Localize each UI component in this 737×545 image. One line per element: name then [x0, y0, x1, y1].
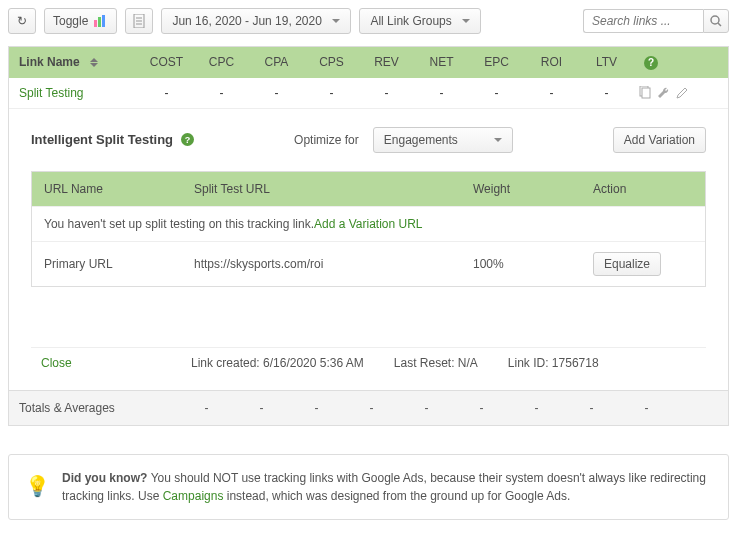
- equalize-button[interactable]: Equalize: [593, 252, 661, 276]
- header-cpa[interactable]: CPA: [249, 55, 304, 69]
- svg-point-7: [711, 16, 719, 24]
- refresh-button[interactable]: ↻: [8, 8, 36, 34]
- last-reset: Last Reset: N/A: [394, 356, 478, 370]
- link-groups-dropdown[interactable]: All Link Groups: [359, 8, 480, 34]
- chevron-down-icon: [494, 138, 502, 142]
- header-rev[interactable]: REV: [359, 55, 414, 69]
- detail-footer: Close Link created: 6/16/2020 5:36 AM La…: [31, 347, 706, 378]
- primary-url: https://skysports.com/roi: [194, 257, 473, 271]
- detail-panel: Intelligent Split Testing ? Optimize for…: [9, 109, 728, 390]
- svg-rect-2: [102, 15, 105, 27]
- search-icon: [710, 15, 722, 27]
- row-ltv: -: [579, 86, 634, 100]
- variations-table: URL Name Split Test URL Weight Action Yo…: [31, 171, 706, 287]
- svg-rect-1: [98, 17, 101, 27]
- document-button[interactable]: [125, 8, 153, 34]
- header-roi[interactable]: ROI: [524, 55, 579, 69]
- sort-icon: [90, 58, 98, 67]
- tot-7: -: [564, 401, 619, 415]
- link-id: Link ID: 1756718: [508, 356, 599, 370]
- row-epc: -: [469, 86, 524, 100]
- chevron-down-icon: [462, 19, 470, 23]
- search-input[interactable]: [583, 9, 703, 33]
- optimize-label: Optimize for: [294, 133, 359, 147]
- row-link-name[interactable]: Split Testing: [19, 86, 139, 100]
- toggle-button[interactable]: Toggle: [44, 8, 117, 34]
- table-row: Split Testing - - - - - - - - -: [9, 78, 728, 109]
- help-icon[interactable]: ?: [181, 133, 194, 146]
- search-button[interactable]: [703, 9, 729, 33]
- chevron-down-icon: [332, 19, 340, 23]
- detail-header: Intelligent Split Testing ? Optimize for…: [31, 127, 706, 153]
- bars-icon: [94, 15, 108, 27]
- header-cpc[interactable]: CPC: [194, 55, 249, 69]
- add-variation-link[interactable]: Add a Variation URL: [314, 217, 423, 231]
- table-header: Link Name COST CPC CPA CPS REV NET EPC R…: [9, 47, 728, 78]
- totals-label: Totals & Averages: [19, 401, 179, 415]
- row-cps: -: [304, 86, 359, 100]
- header-link-name[interactable]: Link Name: [19, 55, 139, 69]
- header-cost[interactable]: COST: [139, 55, 194, 69]
- h-testurl: Split Test URL: [194, 182, 473, 196]
- main-panel: Link Name COST CPC CPA CPS REV NET EPC R…: [8, 46, 729, 426]
- svg-rect-10: [642, 88, 650, 98]
- date-range-label: Jun 16, 2020 - Jun 19, 2020: [172, 14, 321, 28]
- optimize-dropdown[interactable]: Engagements: [373, 127, 513, 153]
- primary-url-row: Primary URL https://skysports.com/roi 10…: [32, 241, 705, 286]
- header-net[interactable]: NET: [414, 55, 469, 69]
- campaigns-link[interactable]: Campaigns: [163, 489, 224, 503]
- close-link[interactable]: Close: [41, 356, 161, 370]
- row-roi: -: [524, 86, 579, 100]
- add-variation-button[interactable]: Add Variation: [613, 127, 706, 153]
- row-cpa: -: [249, 86, 304, 100]
- date-range-dropdown[interactable]: Jun 16, 2020 - Jun 19, 2020: [161, 8, 351, 34]
- tot-3: -: [344, 401, 399, 415]
- help-icon: ?: [644, 56, 658, 70]
- tot-5: -: [454, 401, 509, 415]
- detail-title: Intelligent Split Testing: [31, 132, 173, 147]
- variations-header: URL Name Split Test URL Weight Action: [32, 172, 705, 206]
- toggle-label: Toggle: [53, 14, 88, 28]
- header-ltv[interactable]: LTV: [579, 55, 634, 69]
- header-cps[interactable]: CPS: [304, 55, 359, 69]
- row-actions: [634, 86, 689, 99]
- pencil-icon[interactable]: [676, 86, 689, 99]
- row-net: -: [414, 86, 469, 100]
- primary-name: Primary URL: [44, 257, 194, 271]
- header-epc[interactable]: EPC: [469, 55, 524, 69]
- empty-state-row: You haven't set up split testing on this…: [32, 206, 705, 241]
- totals-row: Totals & Averages - - - - - - - - -: [9, 390, 728, 425]
- row-cost: -: [139, 86, 194, 100]
- tot-6: -: [509, 401, 564, 415]
- search-wrap: [583, 9, 729, 33]
- refresh-icon: ↻: [17, 14, 27, 28]
- link-groups-label: All Link Groups: [370, 14, 451, 28]
- optimize-value: Engagements: [384, 133, 458, 147]
- h-urlname: URL Name: [44, 182, 194, 196]
- primary-weight: 100%: [473, 257, 593, 271]
- link-created: Link created: 6/16/2020 5:36 AM: [191, 356, 364, 370]
- svg-line-8: [718, 23, 721, 26]
- tip-body2: instead, which was designed from the gro…: [223, 489, 570, 503]
- tot-2: -: [289, 401, 344, 415]
- tot-4: -: [399, 401, 454, 415]
- tip-text: Did you know? You should NOT use trackin…: [62, 469, 712, 505]
- wrench-icon[interactable]: [657, 86, 670, 99]
- copy-icon[interactable]: [638, 86, 651, 99]
- header-help[interactable]: ?: [634, 55, 664, 70]
- tot-1: -: [234, 401, 289, 415]
- h-action: Action: [593, 182, 693, 196]
- top-toolbar: ↻ Toggle Jun 16, 2020 - Jun 19, 2020 All…: [8, 8, 729, 34]
- tip-title: Did you know?: [62, 471, 151, 485]
- row-cpc: -: [194, 86, 249, 100]
- row-rev: -: [359, 86, 414, 100]
- lightbulb-icon: 💡: [25, 471, 50, 501]
- tot-8: -: [619, 401, 674, 415]
- document-icon: [133, 14, 145, 28]
- h-weight: Weight: [473, 182, 593, 196]
- empty-msg: You haven't set up split testing on this…: [44, 217, 314, 231]
- primary-action: Equalize: [593, 252, 693, 276]
- did-you-know-tip: 💡 Did you know? You should NOT use track…: [8, 454, 729, 520]
- svg-rect-0: [94, 20, 97, 27]
- tot-0: -: [179, 401, 234, 415]
